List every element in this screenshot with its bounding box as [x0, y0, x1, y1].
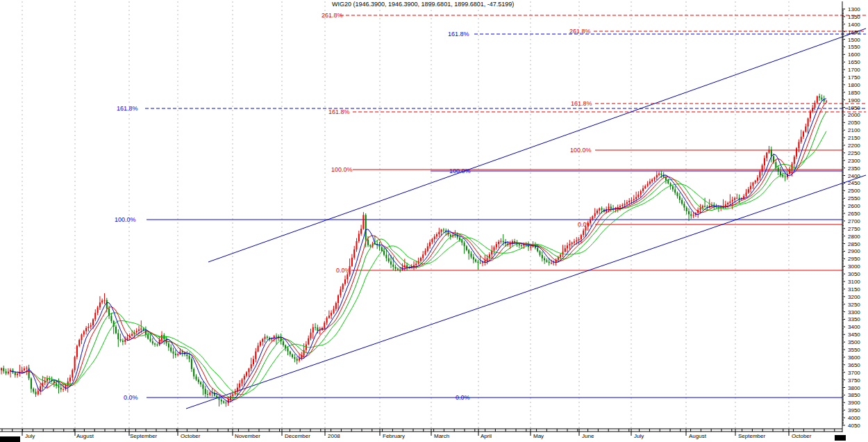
y-axis-label: 3950	[848, 407, 860, 414]
candle-body	[1, 368, 2, 370]
y-axis-label: 2100	[848, 127, 860, 133]
x-axis-label: September	[738, 433, 765, 439]
y-axis-label: 2900	[848, 248, 860, 254]
candle-body	[267, 337, 268, 338]
candle-body	[549, 262, 550, 263]
y-axis-label: 2550	[848, 195, 860, 202]
candle-body	[762, 165, 763, 172]
candle-body	[734, 198, 735, 199]
candle-body	[347, 275, 348, 279]
chart-title: WIG20 (1946.3900, 1946.3900, 1899.6801, …	[332, 1, 514, 8]
candle-body	[766, 153, 767, 158]
candle-body	[658, 174, 660, 175]
candle-body	[755, 181, 756, 183]
candle-body	[667, 180, 669, 183]
y-axis-label: 2200	[848, 142, 860, 149]
y-axis-label: 3450	[848, 332, 860, 338]
y-axis-label: 3600	[848, 354, 860, 361]
candle-body	[324, 322, 325, 328]
fibo-blue-b-label: 0.0%	[456, 394, 470, 401]
candle-body	[494, 247, 495, 251]
candle-body	[434, 236, 435, 239]
candle-body	[294, 357, 295, 359]
fibo-red-1-label: 0.0%	[336, 267, 351, 274]
candle-body	[308, 338, 309, 345]
fibo-red-2-label: 100.0%	[570, 147, 592, 154]
candle-body	[542, 255, 543, 259]
candle-body	[388, 259, 390, 262]
candle-body	[150, 338, 151, 341]
y-axis-label: 3350	[848, 316, 860, 322]
candle-body	[395, 267, 397, 269]
candle-body	[136, 331, 137, 332]
y-axis-label: 3050	[848, 271, 860, 277]
candle-body	[122, 341, 124, 342]
y-axis-label: 3900	[848, 400, 860, 406]
candle-body	[381, 247, 383, 251]
candle-body	[590, 220, 591, 223]
candle-body	[651, 179, 653, 181]
candle-body	[640, 191, 642, 195]
candle-body	[205, 388, 206, 394]
candle-body	[170, 347, 172, 352]
candle-body	[117, 333, 119, 339]
bottom-right-scrollbar-cap[interactable]	[835, 435, 846, 441]
x-axis-label: September	[130, 433, 157, 439]
y-axis-label: 2950	[848, 256, 860, 262]
bottom-left-scrollbar-cap[interactable]	[0, 436, 20, 442]
candle-body	[422, 254, 424, 258]
candle-body	[253, 359, 254, 365]
candle-body	[803, 132, 804, 137]
y-axis-label: 3850	[848, 392, 860, 398]
candle-body	[601, 208, 603, 210]
candle-body	[468, 250, 469, 254]
y-axis-label: 2750	[848, 226, 860, 232]
fibo-blue-b-label: 100.0%	[449, 167, 471, 174]
candle-body	[317, 327, 318, 331]
y-axis-label: 3000	[848, 263, 860, 270]
fibo-blue-a-label: 100.0%	[115, 216, 136, 223]
y-axis-label: 3250	[848, 302, 860, 308]
x-axis-label: March	[434, 433, 449, 439]
candle-body	[140, 329, 142, 329]
candle-body	[104, 300, 106, 301]
candle-body	[297, 359, 298, 360]
candle-body	[62, 389, 64, 390]
y-axis-label: 2000	[848, 112, 860, 118]
candle-body	[581, 235, 582, 239]
y-axis-label: 2850	[848, 241, 860, 247]
y-axis-label: 1650	[848, 59, 860, 65]
candle-body	[425, 251, 426, 254]
candle-body	[780, 172, 781, 175]
chart-canvas: 161.8%100.0%0.0%161.8%100.0%0.0%261.8%16…	[0, 0, 868, 442]
candle-body	[177, 354, 178, 356]
candle-body	[37, 391, 39, 394]
fibo-red-1-label: 161.8%	[328, 108, 350, 115]
candle-body	[752, 183, 753, 186]
candle-body	[569, 244, 570, 245]
y-axis-label: 3550	[848, 347, 860, 353]
candle-body	[647, 183, 649, 186]
candle-body	[459, 238, 460, 240]
moving-average-line	[17, 102, 826, 400]
candle-body	[551, 263, 552, 263]
y-axis-label: 2250	[848, 150, 860, 156]
candle-body	[487, 258, 488, 260]
y-axis-label: 1450	[848, 29, 860, 35]
candle-body	[76, 346, 78, 357]
candle-body	[145, 330, 147, 335]
y-axis-label: 3200	[848, 294, 860, 300]
candle-body	[78, 340, 80, 345]
candle-body	[679, 196, 681, 199]
candle-body	[819, 97, 820, 98]
candle-body	[688, 211, 690, 214]
candle-body	[392, 265, 394, 267]
candle-body	[198, 379, 199, 382]
candle-body	[540, 251, 541, 255]
candle-body	[674, 190, 676, 193]
candle-body	[808, 118, 809, 126]
y-axis-label: 3150	[848, 286, 860, 293]
candle-body	[328, 316, 330, 318]
y-axis-label: 1600	[848, 51, 860, 58]
candle-body	[207, 394, 208, 395]
